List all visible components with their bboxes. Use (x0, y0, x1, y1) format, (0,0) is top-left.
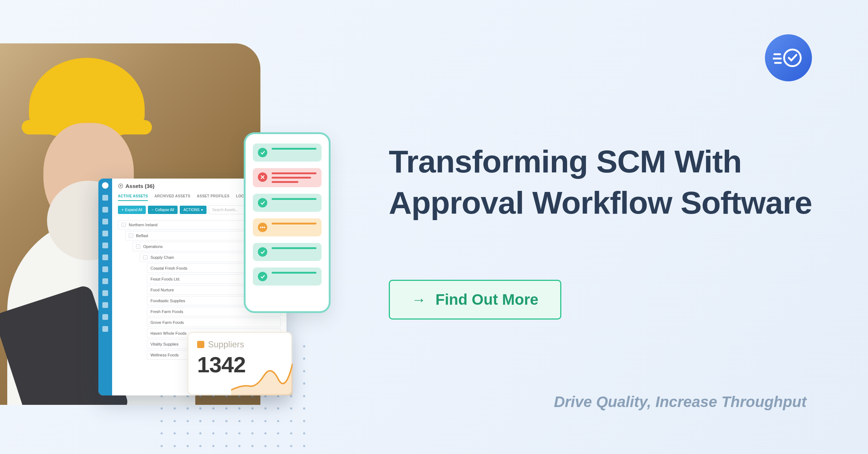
tab-archived-assets[interactable]: ARCHIVED ASSETS (154, 194, 190, 201)
svg-point-5 (262, 227, 263, 228)
tab-active-assets[interactable]: ACTIVE ASSETS (118, 194, 148, 201)
tree-label: Grove Farm Foods (150, 320, 184, 325)
sidebar-clock-icon[interactable] (102, 266, 108, 272)
check-circle-icon (258, 247, 267, 257)
sidebar-logo-icon (102, 182, 109, 189)
sidebar-bulb-icon[interactable] (102, 278, 108, 284)
tree-label: Food Nurture (150, 288, 174, 292)
suppliers-kpi-card: Suppliers 1342 (187, 332, 292, 395)
sidebar-calendar-icon[interactable] (102, 219, 108, 224)
sidebar-list-icon[interactable] (102, 207, 108, 213)
tree-label: Vitality Supplies (150, 342, 178, 346)
check-circle-icon (258, 148, 267, 157)
svg-point-6 (264, 227, 265, 228)
collapse-all-button[interactable]: −Collapse All (148, 206, 178, 214)
checklist-item (253, 218, 322, 236)
tree-label: Operations (143, 244, 163, 249)
chevron-down-icon: ▾ (201, 208, 203, 212)
check-circle-icon (258, 272, 267, 281)
tree-label: Northern Ireland (129, 223, 158, 227)
checklist-item (253, 243, 322, 261)
plus-icon: + (122, 208, 124, 212)
svg-point-4 (260, 227, 261, 228)
kpi-color-swatch (197, 341, 204, 348)
sidebar-reports-icon[interactable] (102, 243, 108, 248)
sidebar-help-icon[interactable] (102, 326, 108, 332)
sidebar-lock-icon[interactable] (102, 302, 108, 308)
page-headline: Transforming SCM With Approval Workflow … (389, 141, 823, 224)
tree-toggle-icon[interactable]: - (129, 234, 133, 238)
cta-label: Find Out More (435, 291, 539, 308)
kpi-title: Suppliers (208, 339, 244, 350)
tree-label: Supply Chain (150, 255, 174, 260)
sparkline-icon (231, 359, 293, 395)
approval-checklist-card (244, 132, 331, 313)
sidebar-chart-icon[interactable] (102, 231, 108, 236)
tree-label: Fresh Farm Foods (150, 309, 183, 314)
checklist-item (253, 194, 322, 212)
tree-toggle-icon[interactable]: - (122, 223, 126, 227)
tree-label: Feast Foods Ltd. (150, 277, 180, 281)
checklist-item (253, 168, 322, 187)
tree-row[interactable]: Grove Farm Foods (147, 318, 281, 327)
find-out-more-button[interactable]: → Find Out More (389, 280, 561, 320)
tagline: Drive Quality, Increase Throughput (554, 393, 807, 411)
sidebar-user-icon[interactable] (102, 314, 108, 320)
assets-title: Assets (36) (125, 183, 154, 189)
checklist-item (253, 267, 322, 286)
minus-icon: − (152, 208, 154, 212)
x-circle-icon (258, 172, 267, 182)
hero-composite: ⦿ Assets (36) ACTIVE ASSETS ARCHIVED ASS… (0, 43, 347, 419)
back-icon[interactable]: ⦿ (118, 183, 123, 189)
arrow-right-icon: → (412, 292, 426, 308)
tree-label: Foodtastic Supplies (150, 299, 185, 303)
sidebar-home-icon[interactable] (102, 195, 108, 201)
tab-asset-profiles[interactable]: ASSET PROFILES (197, 194, 229, 201)
sidebar-gear-icon[interactable] (102, 290, 108, 296)
speed-check-icon (773, 47, 804, 69)
svg-point-3 (784, 50, 801, 66)
expand-all-button[interactable]: +Expand All (118, 206, 146, 214)
tree-label: Wellness Foods (150, 353, 179, 357)
app-sidebar (98, 179, 112, 395)
tree-toggle-icon[interactable]: - (143, 255, 148, 260)
tree-label: Belfast (136, 234, 148, 238)
tree-label: Coastal Fresh Foods (150, 266, 187, 270)
checklist-item (253, 144, 322, 162)
check-circle-icon (258, 198, 267, 207)
tree-label: Haven Whole Foods (150, 331, 187, 335)
brand-badge (765, 34, 812, 81)
sidebar-box-icon[interactable] (102, 254, 108, 260)
tree-toggle-icon[interactable]: - (136, 244, 140, 249)
actions-button[interactable]: ACTIONS▾ (180, 206, 206, 214)
dots-circle-icon (258, 223, 267, 232)
